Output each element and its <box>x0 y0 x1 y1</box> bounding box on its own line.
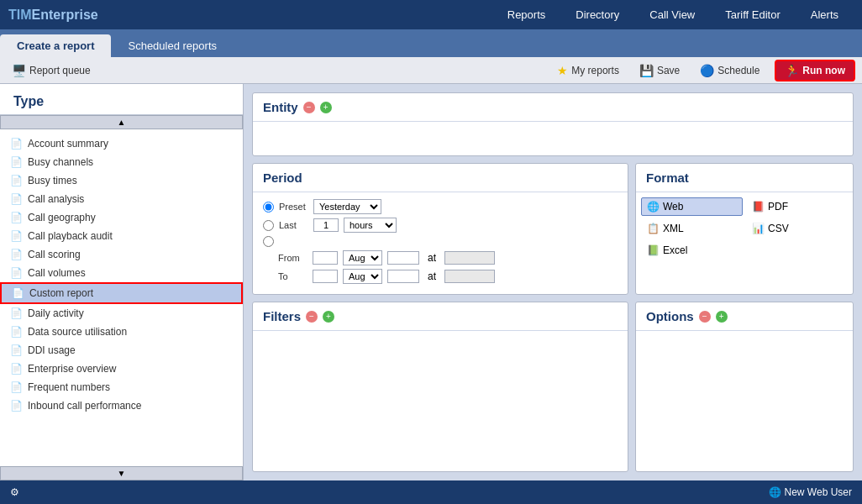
report-item-call-geography[interactable]: 📄 Call geography <box>0 208 243 227</box>
doc-icon: 📄 <box>10 400 23 412</box>
options-expand-button[interactable]: + <box>716 311 728 323</box>
tab-scheduled-reports[interactable]: Scheduled reports <box>111 34 234 57</box>
filters-add-button[interactable]: + <box>323 311 334 323</box>
format-csv[interactable]: 📊 CSV <box>746 219 848 238</box>
scroll-up-arrow[interactable]: ▲ <box>0 115 243 129</box>
filters-section: Filters − + <box>252 302 628 472</box>
report-item-data-source-utilisation[interactable]: 📄 Data source utilisation <box>0 323 243 341</box>
last-unit-select[interactable]: hours days weeks months <box>344 218 397 233</box>
tab-create-report[interactable]: Create a report <box>0 34 111 57</box>
report-item-account-summary[interactable]: 📄 Account summary <box>0 134 243 153</box>
doc-icon: 📄 <box>10 326 23 338</box>
format-grid: 🌐 Web 📕 PDF 📋 XML 📊 CSV <box>636 192 853 265</box>
last-value-input[interactable] <box>313 218 339 232</box>
report-item-label: Call scoring <box>28 249 81 260</box>
report-list: 📄 Account summary 📄 Busy channels 📄 Busy… <box>0 129 243 420</box>
settings-button[interactable]: ⚙ <box>10 486 19 498</box>
report-item-daily-activity[interactable]: 📄 Daily activity <box>0 304 243 323</box>
format-pdf[interactable]: 📕 PDF <box>746 197 848 216</box>
nav-reports[interactable]: Reports <box>492 0 561 29</box>
report-item-call-volumes[interactable]: 📄 Call volumes <box>0 264 243 282</box>
report-queue-label: Report queue <box>29 65 91 76</box>
to-time-input[interactable]: 23:59:59 <box>444 270 495 283</box>
entity-header: Entity − + <box>253 93 853 122</box>
report-item-call-analysis[interactable]: 📄 Call analysis <box>0 190 243 208</box>
report-item-enterprise-overview[interactable]: 📄 Enterprise overview <box>0 360 243 378</box>
format-csv-label: CSV <box>768 223 789 234</box>
report-item-custom-report[interactable]: 📄 Custom report <box>0 282 243 304</box>
report-item-call-scoring[interactable]: 📄 Call scoring <box>0 245 243 264</box>
to-day-input[interactable]: 09 <box>313 270 338 283</box>
doc-icon: 📄 <box>10 156 23 168</box>
nav-call-view[interactable]: Call View <box>634 0 710 29</box>
main-nav: Reports Directory Call View Tariff Edito… <box>492 0 854 29</box>
doc-icon: 📄 <box>10 344 23 356</box>
xml-icon: 📋 <box>647 223 660 234</box>
from-at-label: at <box>428 252 436 264</box>
filters-collapse-button[interactable]: − <box>306 311 318 323</box>
run-now-button[interactable]: 🏃 Run now <box>775 60 855 81</box>
nav-tariff-editor[interactable]: Tariff Editor <box>710 0 796 29</box>
star-icon: ★ <box>557 64 568 77</box>
options-content <box>636 331 853 365</box>
schedule-button[interactable]: 🔵 Schedule <box>695 62 765 79</box>
toolbar-right: ★ My reports 💾 Save 🔵 Schedule 🏃 Run now <box>552 60 855 81</box>
logo: TIMEnterprise <box>8 8 98 23</box>
my-reports-label: My reports <box>571 65 619 76</box>
report-item-label: Frequent numbers <box>28 381 110 393</box>
report-item-ddi-usage[interactable]: 📄 DDI usage <box>0 341 243 360</box>
custom-radio[interactable] <box>263 236 274 247</box>
report-item-busy-times[interactable]: 📄 Busy times <box>0 171 243 190</box>
report-item-label: Call volumes <box>28 267 86 279</box>
scroll-down-arrow[interactable]: ▼ <box>0 466 243 480</box>
globe-icon: 🌐 <box>769 486 781 498</box>
entity-content <box>253 122 853 155</box>
doc-icon: 📄 <box>10 175 23 186</box>
report-item-label: DDI usage <box>28 344 76 356</box>
filters-title: Filters <box>263 309 301 323</box>
new-web-user-button[interactable]: 🌐 New Web User <box>769 486 852 498</box>
format-header: Format <box>636 164 853 192</box>
report-item-busy-channels[interactable]: 📄 Busy channels <box>0 153 243 171</box>
to-month-select[interactable]: JanFebMarApr MayJunJulAug SepOctNovDec <box>343 269 382 284</box>
from-time-input[interactable]: 00:00:00 <box>444 251 495 265</box>
entity-collapse-button[interactable]: − <box>303 102 315 113</box>
report-item-inbound-call-performance[interactable]: 📄 Inbound call performance <box>0 396 243 415</box>
period-section: Period Preset Yesterday Today This week … <box>252 163 628 295</box>
format-web[interactable]: 🌐 Web <box>641 197 743 216</box>
doc-icon: 📄 <box>12 287 24 299</box>
last-radio[interactable] <box>263 220 274 231</box>
report-item-call-playback-audit[interactable]: 📄 Call playback audit <box>0 227 243 245</box>
right-panel: Entity − + Period Preset Yesterday <box>244 84 862 480</box>
save-button[interactable]: 💾 Save <box>634 62 685 79</box>
from-row: From 09 JanFebMarApr MayJunJulAug SepOct… <box>263 250 618 265</box>
format-xml[interactable]: 📋 XML <box>641 219 743 238</box>
preset-radio[interactable] <box>263 202 274 213</box>
from-year-input[interactable]: 2023 <box>387 251 419 265</box>
my-reports-button[interactable]: ★ My reports <box>552 62 624 79</box>
doc-icon: 📄 <box>10 267 23 279</box>
report-item-label: Inbound call performance <box>28 400 141 412</box>
format-excel[interactable]: 📗 Excel <box>641 241 743 260</box>
from-day-input[interactable]: 09 <box>313 251 338 265</box>
to-label: To <box>278 271 307 281</box>
doc-icon: 📄 <box>10 193 23 205</box>
header: TIMEnterprise Reports Directory Call Vie… <box>0 0 862 29</box>
options-header: Options − + <box>636 302 853 331</box>
report-item-label: Account summary <box>28 138 108 150</box>
nav-directory[interactable]: Directory <box>560 0 634 29</box>
nav-alerts[interactable]: Alerts <box>796 0 854 29</box>
options-collapse-button[interactable]: − <box>699 311 711 323</box>
report-item-frequent-numbers[interactable]: 📄 Frequent numbers <box>0 378 243 396</box>
format-pdf-label: PDF <box>768 201 788 213</box>
from-month-select[interactable]: JanFebMarApr MayJunJulAug SepOctNovDec <box>343 250 382 265</box>
doc-icon: 📄 <box>10 230 23 242</box>
preset-label: Preset <box>279 202 308 212</box>
entity-expand-button[interactable]: + <box>320 102 332 113</box>
to-year-input[interactable]: 2023 <box>387 270 419 283</box>
report-queue-button[interactable]: 🖥️ Report queue <box>7 62 96 79</box>
period-format-row: Period Preset Yesterday Today This week … <box>252 163 854 295</box>
doc-icon: 📄 <box>10 381 23 393</box>
doc-icon: 📄 <box>10 249 23 260</box>
preset-select[interactable]: Yesterday Today This week Last week This… <box>313 199 381 214</box>
